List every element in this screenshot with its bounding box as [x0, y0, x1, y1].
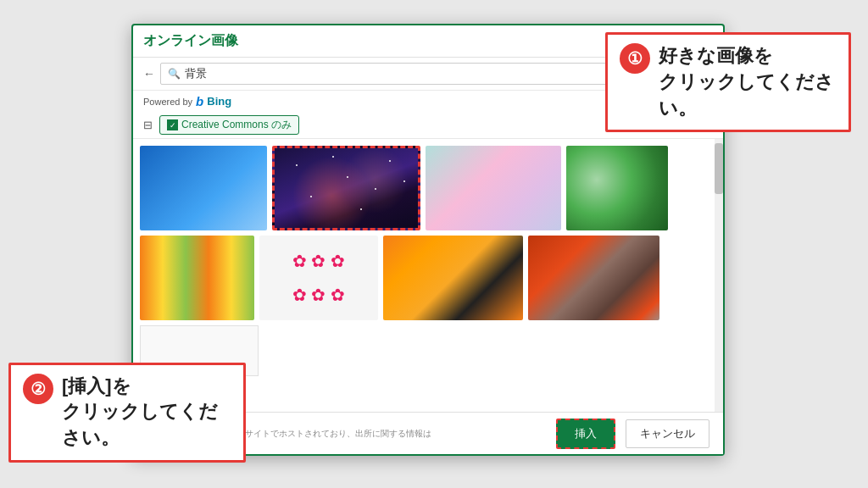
callout-1-number: ① [620, 43, 650, 74]
image-tile-pastel[interactable] [426, 146, 561, 230]
insert-button[interactable]: 挿入 [556, 419, 615, 449]
scrollbar-thumb[interactable] [715, 143, 723, 194]
scrollbar[interactable] [715, 139, 723, 427]
image-tile-flowers[interactable] [259, 236, 378, 320]
callout-2-number: ② [23, 374, 53, 404]
image-tile-golden[interactable] [383, 236, 523, 320]
bing-icon: b [196, 94, 203, 108]
bing-label: Bing [207, 95, 231, 108]
filter-icon: ⊟ [143, 119, 153, 131]
image-tile-rust[interactable] [528, 236, 659, 320]
callout-2-text: [挿入]を クリックしてください。 [62, 374, 231, 452]
image-tile-night-sky[interactable] [272, 146, 420, 230]
search-icon: 🔍 [168, 68, 181, 80]
image-tile-blue-sky[interactable] [140, 146, 267, 230]
callout-1-text: 好きな画像を クリックしてください。 [659, 43, 837, 121]
dialog-title: オンライン画像 [143, 32, 238, 50]
checkbox-check: ✓ [167, 119, 178, 130]
cc-filter-checkbox[interactable]: ✓ Creative Commons のみ [159, 115, 299, 135]
powered-by-label: Powered by [143, 97, 192, 107]
cancel-button[interactable]: キャンセル [626, 419, 709, 448]
callout-1: ① 好きな画像を クリックしてください。 [605, 32, 851, 132]
back-button[interactable]: ← [143, 67, 155, 80]
callout-2: ② [挿入]を クリックしてください。 [8, 363, 246, 463]
search-query: 背景 [185, 66, 207, 81]
cc-filter-label: Creative Commons のみ [181, 118, 292, 132]
image-tile-green-bokeh[interactable] [566, 146, 668, 230]
image-tile-bamboo[interactable] [140, 236, 254, 320]
stars-overlay [275, 148, 418, 228]
image-row-2 [140, 236, 716, 320]
image-row-1 [140, 146, 716, 230]
